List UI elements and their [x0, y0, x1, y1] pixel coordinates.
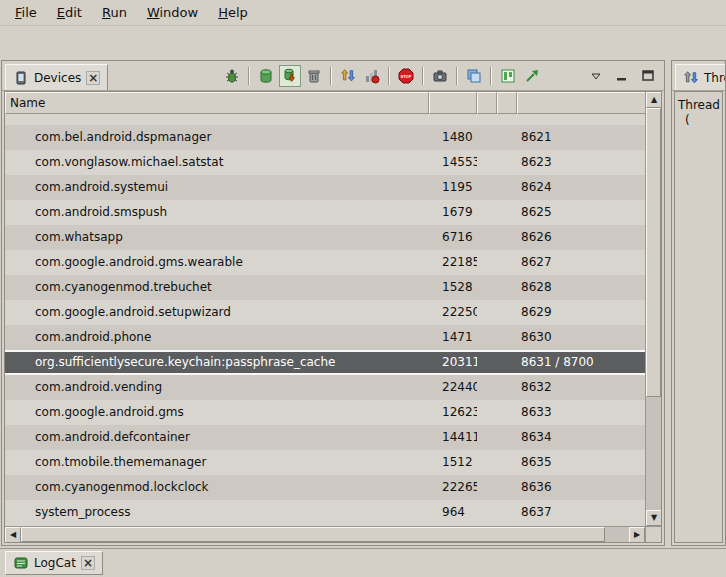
- process-name: com.android.defcontainer: [5, 425, 429, 450]
- threads-message-line: (: [678, 113, 719, 128]
- close-icon[interactable]: ×: [86, 71, 100, 85]
- table-row[interactable]: com.android.defcontainer 14411 8634: [5, 425, 645, 450]
- table-row[interactable]: com.android.vending 22440 8632: [5, 375, 645, 400]
- scroll-down-button[interactable]: ▼: [646, 510, 661, 526]
- panel-controls: [584, 65, 664, 87]
- menu-item-run[interactable]: Run: [93, 2, 136, 23]
- close-icon[interactable]: ×: [81, 556, 95, 570]
- scrollbar-corner: [645, 527, 661, 542]
- table-row[interactable]: com.android.systemui 1195 8624: [5, 175, 645, 200]
- table-row[interactable]: com.bel.android.dspmanager 1480 8621: [5, 125, 645, 150]
- process-cell-b: [497, 250, 517, 275]
- table-row[interactable]: com.whatsapp 6716 8626: [5, 225, 645, 250]
- table-row[interactable]: com.tmobile.thememanager 1512 8635: [5, 450, 645, 475]
- table-row[interactable]: com.android.smspush 1679 8625: [5, 200, 645, 225]
- process-cell-b: [497, 150, 517, 175]
- vertical-scroll-thumb[interactable]: [646, 108, 661, 397]
- horizontal-scroll-track[interactable]: [21, 527, 629, 542]
- menu-item-file[interactable]: File: [6, 2, 46, 23]
- stop-process-icon[interactable]: STOP: [395, 65, 417, 87]
- process-name: org.sufficientlysecure.keychain:passphra…: [5, 352, 429, 373]
- process-name: com.tmobile.thememanager: [5, 450, 429, 475]
- process-cell-a: [477, 475, 497, 500]
- table-row[interactable]: com.cyanogenmod.trebuchet 1528 8628: [5, 275, 645, 300]
- table-row[interactable]: com.cyanogenmod.lockclock 22265 8636: [5, 475, 645, 500]
- horizontal-scrollbar[interactable]: ◀ ▶: [5, 527, 645, 542]
- column-header-port[interactable]: [517, 92, 645, 114]
- scroll-left-button[interactable]: ◀: [5, 527, 21, 543]
- process-cell-a: [477, 275, 497, 300]
- maximize-icon[interactable]: [637, 65, 659, 87]
- process-pid: 1480: [429, 125, 477, 150]
- devices-panel: Devices × STOP Name: [1, 60, 665, 546]
- cause-gc-icon[interactable]: [303, 65, 325, 87]
- table-row[interactable]: org.sufficientlysecure.keychain:passphra…: [5, 350, 645, 375]
- column-header-name[interactable]: Name: [5, 92, 429, 114]
- screen-capture-icon[interactable]: [429, 65, 451, 87]
- menu-item-edit[interactable]: Edit: [48, 2, 91, 23]
- process-port: 8623: [517, 150, 645, 175]
- table-row[interactable]: system_process 964 8637: [5, 500, 645, 525]
- update-threads-icon[interactable]: [337, 65, 359, 87]
- debug-process-icon[interactable]: [221, 65, 243, 87]
- menu-item-help[interactable]: Help: [209, 2, 257, 23]
- process-port: 8636: [517, 475, 645, 500]
- scroll-right-button[interactable]: ▶: [629, 527, 645, 543]
- menu-item-window[interactable]: Window: [138, 2, 207, 23]
- column-header-name-label: Name: [10, 96, 45, 110]
- start-method-profiling-icon[interactable]: [361, 65, 383, 87]
- process-cell-b: [497, 325, 517, 350]
- process-cell-a: [477, 400, 497, 425]
- toolbar-separator: [422, 67, 424, 85]
- process-cell-a: [477, 425, 497, 450]
- process-cell-a: [477, 300, 497, 325]
- tab-threads[interactable]: Threa: [675, 64, 725, 90]
- process-port: 8637: [517, 500, 645, 525]
- update-heap-icon[interactable]: [255, 65, 277, 87]
- tab-devices-label: Devices: [34, 71, 81, 85]
- process-cell-b: [497, 275, 517, 300]
- tab-devices[interactable]: Devices ×: [5, 64, 108, 90]
- process-port: 8625: [517, 200, 645, 225]
- tab-logcat[interactable]: LogCat ×: [5, 551, 103, 575]
- threads-content: Thread up(: [674, 91, 723, 543]
- process-name: com.google.android.setupwizard: [5, 300, 429, 325]
- scroll-up-button[interactable]: ▲: [646, 92, 661, 108]
- toolbar-separator: [388, 67, 390, 85]
- systrace-icon[interactable]: [497, 65, 519, 87]
- process-pid: 1679: [429, 200, 477, 225]
- table-row[interactable]: com.google.android.setupwizard 22250 862…: [5, 300, 645, 325]
- table-row[interactable]: com.google.android.gms 12623 8633: [5, 400, 645, 425]
- threads-tab-row: Threa: [672, 61, 725, 91]
- column-header-pid[interactable]: [429, 92, 477, 114]
- dump-view-hierarchy-icon[interactable]: [463, 65, 485, 87]
- opengl-trace-icon[interactable]: [521, 65, 543, 87]
- process-name: com.bel.android.dspmanager: [5, 125, 429, 150]
- process-cell-b: [497, 352, 517, 373]
- process-table-body: com.bel.android.dspmanager 1480 8621 com…: [5, 114, 645, 526]
- view-menu-icon[interactable]: [585, 65, 607, 87]
- process-port: 8629: [517, 300, 645, 325]
- vertical-scroll-track[interactable]: [646, 108, 661, 510]
- table-row[interactable]: com.google.android.gms.wearable 22185 86…: [5, 250, 645, 275]
- process-pid: 964: [429, 500, 477, 525]
- column-header-a[interactable]: [477, 92, 497, 114]
- table-row[interactable]: com.android.phone 1471 8630: [5, 325, 645, 350]
- process-cell-a: [477, 225, 497, 250]
- process-cell-a: [477, 150, 497, 175]
- process-name: com.google.android.gms.wearable: [5, 250, 429, 275]
- process-cell-b: [497, 500, 517, 525]
- process-port: 8635: [517, 450, 645, 475]
- column-header-b[interactable]: [497, 92, 517, 114]
- dump-hprof-icon[interactable]: [279, 65, 301, 87]
- process-cell-a: [477, 450, 497, 475]
- minimize-icon[interactable]: [611, 65, 633, 87]
- process-cell-a: [477, 352, 497, 373]
- horizontal-scroll-thumb[interactable]: [21, 527, 605, 542]
- process-name: com.cyanogenmod.trebuchet: [5, 275, 429, 300]
- vertical-scrollbar[interactable]: ▲ ▼: [645, 92, 661, 526]
- process-name: com.whatsapp: [5, 225, 429, 250]
- process-name: com.vonglasow.michael.satstat: [5, 150, 429, 175]
- horizontal-scroll-row: ◀ ▶: [5, 526, 661, 542]
- table-row[interactable]: com.vonglasow.michael.satstat 14553 8623: [5, 150, 645, 175]
